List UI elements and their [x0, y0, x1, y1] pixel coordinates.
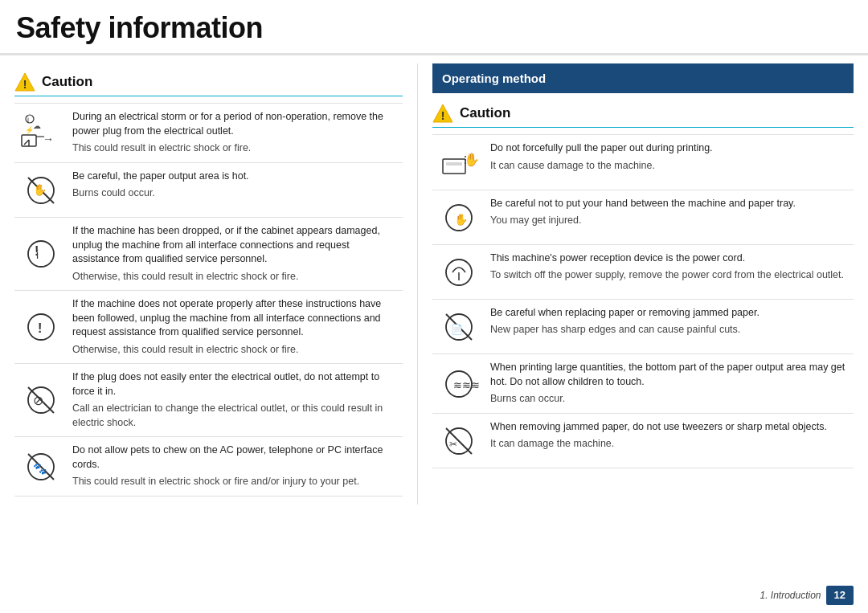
svg-text:✋: ✋: [464, 152, 480, 167]
text-cell: During an electrical storm or for a peri…: [69, 104, 403, 163]
icon-cell: !: [14, 291, 69, 364]
icon-cell: ✋: [432, 190, 487, 244]
svg-text:🐾: 🐾: [33, 462, 47, 476]
icon-cell: ⊘: [14, 364, 69, 437]
icon-cell: ✋: [432, 135, 487, 190]
icon-cell: ✋: [14, 162, 69, 217]
content-area: ! Caution ⚡ ☁ i → During an electrical s…: [0, 55, 868, 504]
sub-text: This could result in electric shock or f…: [72, 475, 399, 489]
op-method-bar: Operating method: [432, 63, 854, 93]
footer-text: 1. Introduction: [760, 589, 821, 603]
table-row: ≋≋≋ When printing large quantities, the …: [432, 354, 854, 414]
text-cell: When printing large quantities, the bott…: [487, 354, 854, 414]
icon-cell: ⚡ ☁ i →: [14, 104, 69, 163]
table-row: ✂ When removing jammed paper, do not use…: [432, 413, 854, 468]
table-row: ✋ Be careful, the paper output area is h…: [14, 162, 403, 217]
right-column: Operating method ! Caution ✋ Do not forc…: [418, 63, 868, 504]
sub-text: Call an electrician to change the electr…: [72, 402, 399, 430]
table-row: ✋ Be careful not to put your hand betwee…: [432, 190, 854, 244]
right-info-table: ✋ Do not forcefully pull the paper out d…: [432, 134, 854, 468]
caution-header-right: ! Caution: [432, 103, 854, 124]
caution-label-right: Caution: [460, 104, 510, 123]
page-footer: 1. Introduction 12: [760, 586, 854, 605]
main-text: During an electrical storm or for a peri…: [72, 110, 399, 138]
text-cell: If the machine does not operate properly…: [69, 291, 403, 364]
main-text: This machine's power reception device is…: [490, 251, 850, 266]
op-method-label: Operating method: [442, 72, 546, 85]
text-cell: Do not forcefully pull the paper out dur…: [487, 135, 854, 190]
table-row: 🐾 Do not allow pets to chew on the AC po…: [14, 437, 403, 497]
table-row: ⚡ ☁ i → During an electrical storm or fo…: [14, 104, 403, 163]
svg-text:☁: ☁: [33, 121, 41, 130]
svg-text:!: !: [441, 109, 445, 122]
sub-text: Burns can occur.: [490, 392, 850, 407]
icon-cell: ✂: [432, 413, 487, 468]
caution-label-left: Caution: [42, 72, 92, 92]
text-cell: Do not allow pets to chew on the AC powe…: [69, 437, 403, 497]
svg-text:✋: ✋: [33, 183, 47, 197]
svg-point-14: [28, 241, 54, 267]
sub-text: This could result in electric shock or f…: [72, 141, 399, 156]
table-row: ✋ Do not forcefully pull the paper out d…: [432, 135, 854, 190]
svg-text:i: i: [27, 116, 29, 124]
table-row: ⊘ If the plug does not easily enter the …: [14, 364, 403, 437]
main-text: Do not allow pets to chew on the AC powe…: [72, 443, 399, 472]
svg-text:✋: ✋: [454, 213, 469, 227]
icon-cell: [432, 244, 487, 299]
sub-text: It can cause damage to the machine.: [490, 159, 850, 174]
svg-text:≋≋≋: ≋≋≋: [453, 379, 480, 391]
main-text: Be careful not to put your hand between …: [490, 197, 850, 211]
text-cell: When removing jammed paper, do not use t…: [487, 413, 854, 468]
left-column: ! Caution ⚡ ☁ i → During an electrical s…: [0, 63, 418, 504]
main-text: Be careful when replacing paper or remov…: [490, 306, 850, 321]
main-text: If the machine does not operate properly…: [72, 297, 399, 340]
svg-text:⊘: ⊘: [33, 394, 43, 407]
sub-text: Otherwise, this could result in electric…: [72, 343, 399, 358]
main-text: Be careful, the paper output area is hot…: [72, 170, 399, 184]
main-text: When removing jammed paper, do not use t…: [490, 420, 850, 435]
svg-text:📄: 📄: [451, 323, 463, 335]
main-text: Do not forcefully pull the paper out dur…: [490, 141, 850, 156]
text-cell: Be careful not to put your hand between …: [487, 190, 854, 244]
caution-icon-left: !: [14, 72, 35, 92]
left-info-table: ⚡ ☁ i → During an electrical storm or fo…: [14, 103, 403, 496]
svg-text:!: !: [35, 244, 39, 258]
section-divider-left: [14, 96, 403, 96]
main-text: If the machine has been dropped, or if t…: [72, 224, 399, 267]
caution-header-left: ! Caution: [14, 72, 403, 92]
svg-text:!: !: [23, 78, 27, 91]
main-text: If the plug does not easily enter the el…: [72, 370, 399, 398]
text-cell: If the plug does not easily enter the el…: [69, 364, 403, 437]
main-text: When printing large quantities, the bott…: [490, 361, 850, 389]
icon-cell: i !: [14, 218, 69, 291]
table-row: This machine's power reception device is…: [432, 244, 854, 299]
svg-text:!: !: [38, 321, 42, 335]
icon-cell: 📄: [432, 299, 487, 353]
table-row: i ! If the machine has been dropped, or …: [14, 218, 403, 291]
icon-cell: ≋≋≋: [432, 354, 487, 414]
sub-text: New paper has sharp edges and can cause …: [490, 323, 850, 337]
page-title: Safety information: [16, 11, 263, 44]
sub-text: You may get injured.: [490, 214, 850, 228]
footer-page: 12: [826, 586, 854, 605]
page-header: Safety information: [0, 0, 868, 55]
sub-text: To switch off the power supply, remove t…: [490, 268, 850, 283]
text-cell: This machine's power reception device is…: [487, 244, 854, 299]
table-row: 📄 Be careful when replacing paper or rem…: [432, 299, 854, 353]
caution-icon-right: !: [432, 103, 453, 124]
svg-line-4: [24, 140, 29, 145]
sub-text: It can damage the machine.: [490, 437, 850, 452]
section-divider-right: [432, 127, 854, 128]
svg-text:→: →: [43, 133, 54, 145]
sub-text: Burns could occur.: [72, 186, 399, 201]
svg-rect-27: [443, 159, 465, 174]
sub-text: Otherwise, this could result in electric…: [72, 270, 399, 284]
text-cell: Be careful when replacing paper or remov…: [487, 299, 854, 353]
text-cell: If the machine has been dropped, or if t…: [69, 218, 403, 291]
text-cell: Be careful, the paper output area is hot…: [69, 162, 403, 217]
icon-cell: 🐾: [14, 437, 69, 497]
table-row: ! If the machine does not operate proper…: [14, 291, 403, 364]
svg-text:✂: ✂: [449, 439, 457, 450]
svg-rect-28: [446, 162, 462, 166]
